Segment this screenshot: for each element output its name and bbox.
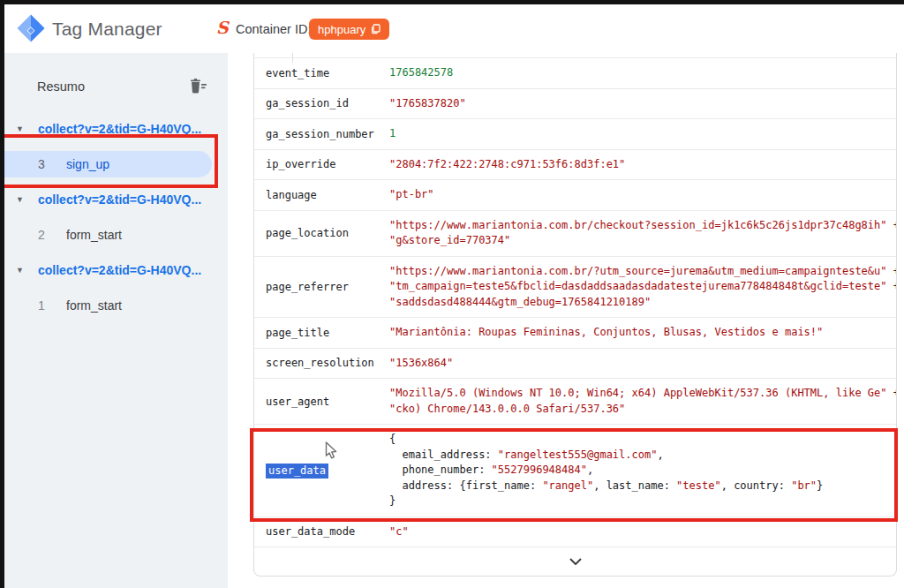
param-key: page_location [254, 227, 389, 239]
mouse-cursor [325, 441, 338, 460]
event-tree: ▼collect?v=2&tid=G-H40VQ...3sign_up▼coll… [4, 111, 228, 323]
sidebar-group-2[interactable]: ▼collect?v=2&tid=G-H40VQ... [4, 253, 228, 288]
app-header: Tag Manager S Container ID: hphpuary [4, 4, 904, 53]
param-value: 1 [389, 119, 896, 149]
param-value: 1765842578 [389, 58, 896, 88]
debug-sidebar: Resumo ▼collect?v=2&tid=G-H40VQ...3sign_… [4, 53, 228, 588]
sidebar-event-form_start[interactable]: 1form_start [4, 288, 228, 323]
param-row-language: language"pt-br" [254, 180, 896, 211]
param-key: ga_session_number [254, 128, 389, 140]
param-value: "pt-br" [389, 180, 896, 210]
event-number: 2 [38, 228, 57, 242]
param-value: "Mozilla/5.0 (Windows NT 10.0; Win64; x6… [389, 379, 897, 424]
param-key: user_data_mode [254, 525, 389, 538]
param-key: page_title [254, 327, 389, 339]
param-key: event_time [254, 67, 389, 79]
event-number: 3 [38, 157, 57, 171]
request-url-label[interactable]: collect?v=2&tid=G-H40VQ... [38, 192, 201, 207]
param-key: page_referrer [254, 281, 389, 293]
request-url-label[interactable]: collect?v=2&tid=G-H40VQ... [38, 122, 201, 136]
param-value: "https://www.mariantonia.com.br/checkout… [389, 211, 897, 256]
event-params-table: event_time1765842578ga_session_id"176583… [254, 58, 896, 547]
container-id-badge[interactable]: hphpuary [309, 19, 389, 40]
param-row-ga_session_id: ga_session_id"1765837820" [254, 89, 896, 120]
param-row-user_data: user_data{ email_address: "rangeltest555… [254, 425, 896, 517]
param-row-page_referrer: page_referrer"https://www.mariantonia.co… [254, 257, 896, 319]
event-name: sign_up [66, 157, 109, 171]
event-params-card: event_time1765842578ga_session_id"176583… [253, 53, 897, 577]
param-row-page_title: page_title"Mariantônia: Roupas Femininas… [254, 318, 896, 349]
param-value: "c" [389, 517, 896, 547]
sidebar-group-0[interactable]: ▼collect?v=2&tid=G-H40VQ... [4, 111, 228, 147]
container-id-value: hphpuary [318, 23, 365, 36]
param-key: screen_resolution [254, 357, 389, 369]
chevron-down-icon [569, 558, 582, 565]
param-key: ip_override [254, 158, 389, 170]
sidebar-event-sign_up[interactable]: 3sign_up [4, 147, 228, 182]
left-black-strip [0, 0, 4, 588]
collapse-arrow-icon[interactable]: ▼ [16, 266, 28, 275]
gtm-debug-window: Tag Manager S Container ID: hphpuary Res… [0, 0, 904, 588]
param-row-ip_override: ip_override"2804:7f2:422:2748:c971:53f6:… [254, 150, 896, 181]
param-key: ga_session_id [254, 97, 389, 109]
param-value: "Mariantônia: Roupas Femininas, Conjunto… [389, 318, 896, 348]
param-key: user_agent [254, 396, 389, 408]
summary-row[interactable]: Resumo [4, 69, 228, 104]
app-title: Tag Manager [52, 19, 162, 40]
copy-icon[interactable] [371, 24, 380, 34]
container-id-label: Container ID: [236, 22, 311, 36]
summary-label: Resumo [37, 79, 188, 94]
param-row-screen_resolution: screen_resolution"1536x864" [254, 349, 896, 380]
stape-logo-icon: S [216, 18, 229, 37]
top-black-strip [0, 0, 904, 4]
event-number: 1 [38, 298, 57, 313]
partial-row-divider [292, 53, 293, 63]
expand-more-button[interactable] [254, 547, 896, 576]
param-row-user_data_mode: user_data_mode"c" [254, 517, 896, 548]
param-value: "2804:7f2:422:2748:c971:53f6:8d3f:e1" [389, 150, 896, 180]
clear-events-icon[interactable] [188, 79, 207, 94]
sidebar-group-1[interactable]: ▼collect?v=2&tid=G-H40VQ... [4, 182, 228, 217]
param-key: user_data [254, 464, 389, 477]
param-value: "https://www.mariantonia.com.br/?utm_sou… [389, 257, 897, 318]
param-value: { email_address: "rangeltest555@gmail.co… [389, 425, 896, 516]
param-key: language [254, 189, 389, 201]
param-value: "1765837820" [389, 89, 896, 119]
param-value: "1536x864" [389, 349, 896, 379]
param-row-event_time: event_time1765842578 [254, 58, 896, 89]
tag-manager-logo-icon [16, 13, 46, 43]
collapse-arrow-icon[interactable]: ▼ [16, 124, 28, 133]
partial-row [254, 53, 896, 58]
event-name: form_start [66, 298, 122, 313]
collapse-arrow-icon[interactable]: ▼ [16, 195, 28, 204]
request-url-label[interactable]: collect?v=2&tid=G-H40VQ... [38, 263, 201, 277]
param-row-user_agent: user_agent"Mozilla/5.0 (Windows NT 10.0;… [254, 379, 896, 425]
event-name: form_start [66, 228, 122, 242]
param-row-ga_session_number: ga_session_number1 [254, 119, 896, 150]
param-row-page_location: page_location"https://www.mariantonia.co… [254, 211, 896, 257]
sidebar-event-form_start[interactable]: 2form_start [4, 217, 228, 253]
